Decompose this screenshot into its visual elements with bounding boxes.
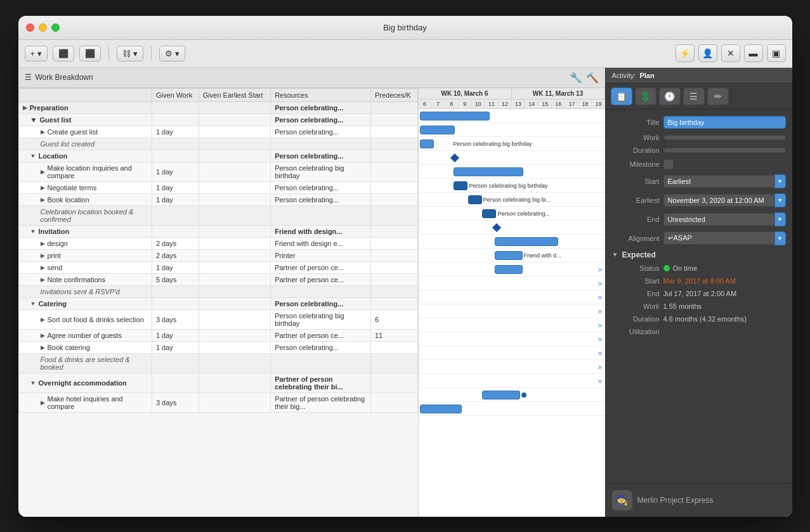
gantt-body: Person celebrating big birthday bbox=[419, 109, 605, 416]
task-work: 1 day bbox=[152, 329, 199, 341]
task-earliest bbox=[199, 205, 270, 225]
tab-info[interactable]: 📋 bbox=[611, 88, 632, 105]
expected-section-title: Expected bbox=[622, 250, 655, 259]
expand-icon[interactable]: ▶ bbox=[41, 169, 45, 175]
task-name-cell: ▶ Preparation bbox=[18, 101, 152, 114]
col-pred: Predeces/K bbox=[370, 88, 417, 101]
expand-icon[interactable]: ▶ bbox=[41, 316, 45, 323]
edit-icon: ✏ bbox=[714, 91, 722, 101]
task-resources bbox=[271, 138, 371, 150]
expand-icon[interactable]: ▼ bbox=[30, 380, 36, 386]
earliest-value[interactable]: November 3, 2020 at 12:00 AM bbox=[663, 194, 774, 207]
start-label: Start bbox=[612, 178, 660, 185]
utilization-label: Utilization bbox=[612, 328, 660, 335]
task-name-cell: ▼ Catering bbox=[18, 297, 152, 309]
maximize-button[interactable] bbox=[51, 23, 60, 32]
tab-edit[interactable]: ✏ bbox=[707, 88, 729, 105]
gantt-day-cell: 10 bbox=[472, 100, 485, 108]
alignment-dropdown-arrow[interactable]: ▾ bbox=[774, 231, 786, 245]
add-button[interactable]: + ▾ bbox=[25, 46, 48, 62]
title-field[interactable]: Big birthday bbox=[663, 116, 786, 129]
panel-header: ☰ Work Breakdown 🔧 🔨 bbox=[18, 68, 605, 88]
task-name-text: Sort out food & drinks selection bbox=[48, 316, 144, 323]
task-work bbox=[152, 285, 199, 297]
duration-field[interactable] bbox=[663, 148, 786, 153]
task-earliest bbox=[199, 353, 270, 373]
expand-icon[interactable]: ▶ bbox=[41, 399, 45, 406]
tab-clock[interactable]: 🕐 bbox=[659, 88, 681, 105]
end-value[interactable]: Unrestricted bbox=[663, 213, 774, 226]
work-field[interactable] bbox=[663, 135, 786, 140]
expand-icon[interactable]: ▶ bbox=[23, 105, 27, 111]
tab-list[interactable]: ☰ bbox=[683, 88, 705, 105]
tab-finance[interactable]: 💲 bbox=[635, 88, 656, 105]
task-work: 1 day bbox=[152, 193, 199, 205]
tools-button[interactable]: ✕ bbox=[721, 44, 740, 62]
expand-icon[interactable]: ▶ bbox=[41, 264, 45, 271]
task-resources: Person celebrating... bbox=[271, 114, 371, 126]
gear-icon: ⚙ bbox=[165, 49, 173, 58]
task-name-text: Preparation bbox=[30, 104, 69, 112]
link-icon: ⛓ bbox=[122, 49, 131, 58]
task-pred bbox=[370, 193, 417, 205]
person-button[interactable]: 👤 bbox=[698, 44, 717, 62]
expand-icon[interactable]: ▶ bbox=[41, 185, 45, 191]
expand-icon[interactable]: ▶ bbox=[41, 197, 45, 203]
start-value[interactable]: Earliest bbox=[663, 175, 774, 188]
link-button[interactable]: ⛓ ▾ bbox=[117, 46, 143, 62]
task-work: 3 days bbox=[152, 309, 199, 329]
expand-icon[interactable]: ▼ bbox=[30, 153, 36, 159]
expand-icon[interactable]: ▶ bbox=[41, 240, 45, 247]
outdent-button[interactable]: ⬛ bbox=[79, 46, 101, 62]
gantt-row bbox=[419, 221, 605, 235]
gantt-row: Person celebrating big birthday bbox=[419, 179, 605, 193]
gantt-day-cell: 19 bbox=[592, 100, 605, 108]
gantt-chart: WK 10, March 6 WK 11, March 13 6 7 8 9 1… bbox=[418, 88, 605, 517]
expand-icon[interactable]: ▶ bbox=[41, 252, 45, 259]
gantt-bar bbox=[420, 139, 434, 148]
status-value: On time bbox=[673, 264, 698, 272]
expand-icon[interactable]: ▼ bbox=[30, 301, 36, 307]
expand-icon[interactable]: ▶ bbox=[41, 276, 45, 283]
task-resources: Person celebrating big birthday bbox=[271, 309, 371, 329]
task-table-container[interactable]: Given Work Given Earliest Start Resource… bbox=[18, 88, 418, 517]
start-dropdown-arrow[interactable]: ▾ bbox=[774, 174, 786, 188]
milestone-checkbox[interactable] bbox=[663, 159, 674, 169]
expand-icon[interactable]: ▶ bbox=[41, 332, 45, 339]
alignment-value[interactable]: ↵ASAP bbox=[663, 231, 774, 245]
expected-section-header[interactable]: ▼ Expected bbox=[612, 250, 786, 259]
minimize-button[interactable] bbox=[39, 23, 47, 32]
indent-button[interactable]: ⬛ bbox=[53, 46, 74, 62]
gantt-day-row: 6 7 8 9 10 11 12 13 14 15 16 17 bbox=[419, 100, 605, 108]
earliest-dropdown-arrow[interactable]: ▾ bbox=[774, 193, 786, 207]
lightning-button[interactable]: ⚡ bbox=[676, 44, 695, 62]
expand-icon[interactable]: ▶ bbox=[41, 344, 45, 351]
layout1-button[interactable]: ▬ bbox=[744, 44, 763, 62]
task-resources bbox=[271, 205, 371, 225]
task-earliest bbox=[199, 273, 270, 285]
expand-icon[interactable]: ▼ bbox=[30, 228, 36, 235]
gantt-row bbox=[419, 165, 605, 179]
gantt-row: » bbox=[419, 263, 605, 276]
hammer-icon: 🔨 bbox=[586, 72, 599, 84]
expand-icon[interactable]: ▼ bbox=[23, 116, 37, 124]
task-name-text: design bbox=[48, 240, 68, 247]
exp-duration-value: 4.6 months (4.32 emonths) bbox=[663, 315, 786, 323]
close-button[interactable] bbox=[26, 23, 34, 32]
table-row: ▶ Make location inquiries and compare 1 … bbox=[18, 162, 417, 181]
task-earliest bbox=[199, 193, 270, 205]
gantt-row: » bbox=[419, 360, 605, 374]
work-label: Work bbox=[612, 134, 660, 141]
window-title: Big birthday bbox=[383, 23, 427, 32]
settings-button[interactable]: ⚙ ▾ bbox=[159, 46, 185, 62]
layout2-button[interactable]: ▣ bbox=[767, 44, 786, 62]
earliest-label: Earliest bbox=[612, 197, 660, 204]
overflow-arrow: » bbox=[598, 363, 603, 372]
end-dropdown-arrow[interactable]: ▾ bbox=[774, 212, 786, 226]
task-work: 1 day bbox=[152, 181, 199, 193]
gantt-row: » bbox=[419, 290, 605, 304]
gantt-row: Person celebrating big bi... bbox=[419, 193, 605, 207]
expand-icon[interactable]: ▶ bbox=[41, 129, 45, 135]
gantt-day-cell: 8 bbox=[445, 100, 459, 108]
task-work bbox=[152, 114, 199, 126]
